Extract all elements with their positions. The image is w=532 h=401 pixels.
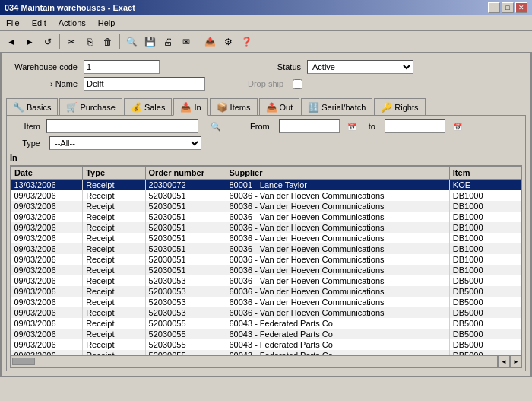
- status-dropdown[interactable]: Active Inactive: [307, 60, 413, 74]
- scroll-right-button[interactable]: ►: [510, 355, 522, 368]
- menu-help[interactable]: Help: [95, 17, 119, 29]
- cell-2: 52030053: [145, 297, 226, 307]
- cell-4: DB5000: [449, 318, 521, 329]
- table-row[interactable]: 09/03/2006Receipt5203005560043 - Federat…: [11, 318, 521, 329]
- drop-ship-checkbox[interactable]: [293, 79, 302, 89]
- to-calendar-icon[interactable]: 📅: [453, 123, 462, 131]
- status-label: Status: [233, 62, 301, 72]
- close-button[interactable]: ✕: [515, 2, 527, 13]
- table-row[interactable]: 09/03/2006Receipt5203005360036 - Van der…: [11, 307, 521, 318]
- tab-out[interactable]: 📤 Out: [259, 98, 300, 115]
- tab-serial-batch-label: Serial/batch: [321, 103, 366, 112]
- cell-0: 09/03/2006: [11, 201, 83, 212]
- from-date-input[interactable]: [279, 119, 340, 133]
- name-input[interactable]: [84, 77, 205, 91]
- to-date-input[interactable]: [385, 119, 445, 133]
- in-icon: 📥: [180, 102, 192, 113]
- toolbar-separator-2: [119, 34, 120, 49]
- cell-2: 20300072: [145, 180, 226, 191]
- cell-2: 52030051: [145, 265, 226, 275]
- cell-4: DB1000: [449, 243, 521, 254]
- find-item-icon[interactable]: 🔍: [211, 122, 221, 132]
- menu-actions[interactable]: Actions: [55, 17, 89, 29]
- table-row[interactable]: 09/03/2006Receipt5203005160036 - Van der…: [11, 243, 521, 254]
- menu-edit[interactable]: Edit: [29, 17, 49, 29]
- cell-0: 09/03/2006: [11, 243, 83, 254]
- scroll-left-button[interactable]: ◄: [498, 355, 510, 368]
- table-row[interactable]: 13/03/2006Receipt2030007280001 - Lance T…: [11, 180, 521, 191]
- table-row[interactable]: 09/03/2006Receipt5203005160036 - Van der…: [11, 201, 521, 212]
- section-in-label: In: [10, 153, 522, 162]
- data-table-container[interactable]: Date Type Order number Supplier Item 13/…: [10, 165, 522, 363]
- cell-0: 09/03/2006: [11, 286, 83, 297]
- cell-3: 60036 - Van der Hoeven Communications: [226, 190, 449, 201]
- export-button[interactable]: 📤: [201, 33, 218, 50]
- col-date[interactable]: Date: [11, 167, 83, 180]
- cell-1: Receipt: [83, 233, 145, 243]
- horizontal-scrollbar[interactable]: [10, 355, 498, 368]
- table-row[interactable]: 09/03/2006Receipt5203005560043 - Federat…: [11, 329, 521, 339]
- minimize-button[interactable]: _: [488, 2, 500, 13]
- cell-4: DB1000: [449, 212, 521, 222]
- tab-items[interactable]: 📦 Items: [210, 98, 258, 115]
- cell-1: Receipt: [83, 222, 145, 233]
- copy-button[interactable]: ⎘: [81, 33, 98, 50]
- help-button[interactable]: ❓: [238, 33, 255, 50]
- col-order[interactable]: Order number: [145, 167, 226, 180]
- scrollbar-thumb[interactable]: [12, 358, 35, 365]
- print-button[interactable]: 🖨: [160, 33, 176, 50]
- type-dropdown[interactable]: --All--: [49, 136, 201, 150]
- table-row[interactable]: 09/03/2006Receipt5203005360036 - Van der…: [11, 297, 521, 307]
- from-calendar-icon[interactable]: 📅: [347, 123, 356, 131]
- table-row[interactable]: 09/03/2006Receipt5203005160036 - Van der…: [11, 190, 521, 201]
- col-item[interactable]: Item: [449, 167, 521, 180]
- cell-3: 60036 - Van der Hoeven Communications: [226, 233, 449, 243]
- form-area: Warehouse code Status Active Inactive › …: [6, 57, 526, 94]
- maximize-button[interactable]: □: [502, 2, 514, 13]
- cell-1: Receipt: [83, 307, 145, 318]
- col-type[interactable]: Type: [83, 167, 145, 180]
- table-row[interactable]: 09/03/2006Receipt5203005360036 - Van der…: [11, 275, 521, 286]
- cell-1: Receipt: [83, 329, 145, 339]
- table-row[interactable]: 09/03/2006Receipt5203005360036 - Van der…: [11, 286, 521, 297]
- settings-button[interactable]: ⚙: [220, 33, 236, 50]
- table-row[interactable]: 09/03/2006Receipt5203005160036 - Van der…: [11, 233, 521, 243]
- cell-0: 09/03/2006: [11, 329, 83, 339]
- tab-rights[interactable]: 🔑 Rights: [374, 98, 425, 115]
- window-title: 034 Maintain warehouses - Exact: [5, 3, 135, 12]
- cell-3: 80001 - Lance Taylor: [226, 180, 449, 191]
- tab-sales[interactable]: 💰 Sales: [124, 98, 173, 115]
- refresh-button[interactable]: ↺: [40, 33, 56, 50]
- warehouse-code-input[interactable]: [84, 60, 160, 74]
- cell-2: 52030055: [145, 339, 226, 350]
- to-label: to: [369, 122, 375, 131]
- from-label: From: [250, 122, 270, 131]
- col-supplier[interactable]: Supplier: [226, 167, 449, 180]
- table-row[interactable]: 09/03/2006Receipt5203005160036 - Van der…: [11, 222, 521, 233]
- cell-4: DB1000: [449, 233, 521, 243]
- tab-in[interactable]: 📥 In: [173, 98, 207, 116]
- toolbar-separator-1: [59, 34, 60, 49]
- delete-button[interactable]: 🗑: [100, 33, 116, 50]
- menu-file[interactable]: File: [3, 17, 23, 29]
- cell-2: 52030051: [145, 233, 226, 243]
- cell-1: Receipt: [83, 318, 145, 329]
- table-row[interactable]: 09/03/2006Receipt5203005160036 - Van der…: [11, 254, 521, 265]
- cell-3: 60036 - Van der Hoeven Communications: [226, 243, 449, 254]
- cut-button[interactable]: ✂: [63, 33, 80, 50]
- table-row[interactable]: 09/03/2006Receipt5203005160036 - Van der…: [11, 265, 521, 275]
- type-label: Type: [10, 138, 40, 148]
- tab-purchase[interactable]: 🛒 Purchase: [59, 98, 122, 115]
- tab-serial-batch[interactable]: 🔢 Serial/batch: [301, 98, 372, 115]
- save-button[interactable]: 💾: [141, 33, 158, 50]
- tab-basics[interactable]: 🔧 Basics: [6, 98, 58, 115]
- data-table: Date Type Order number Supplier Item 13/…: [11, 166, 521, 363]
- table-row[interactable]: 09/03/2006Receipt5203005560043 - Federat…: [11, 339, 521, 350]
- email-button[interactable]: ✉: [178, 33, 195, 50]
- back-button[interactable]: ◄: [3, 33, 20, 50]
- table-row[interactable]: 09/03/2006Receipt5203005160036 - Van der…: [11, 212, 521, 222]
- window-controls[interactable]: _ □ ✕: [488, 2, 527, 13]
- forward-button[interactable]: ►: [21, 33, 38, 50]
- find-button[interactable]: 🔍: [123, 33, 140, 50]
- item-filter-input[interactable]: [46, 119, 198, 133]
